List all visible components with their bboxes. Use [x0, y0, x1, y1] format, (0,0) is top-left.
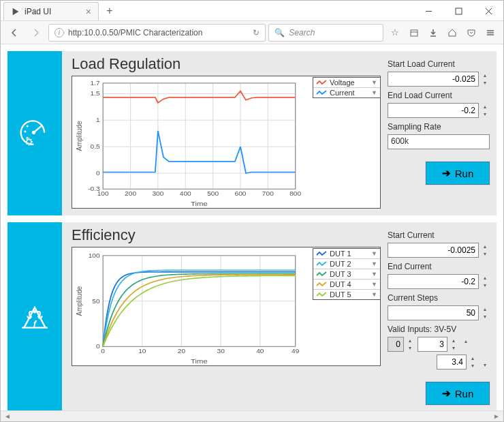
step-down-icon[interactable]: ▾	[480, 110, 490, 118]
step-down-icon[interactable]: ▾	[480, 282, 490, 289]
svg-line-21	[31, 143, 31, 144]
chart-legend: DUT 1▼DUT 2▼DUT 3▼DUT 4▼DUT 5▼	[313, 248, 381, 300]
step-up-icon[interactable]: ▴	[449, 337, 458, 344]
step-up-icon[interactable]: ▴	[480, 243, 490, 250]
step-down-icon[interactable]: ▾	[480, 362, 490, 368]
current-steps-field[interactable]	[388, 305, 479, 320]
menu-icon[interactable]	[482, 24, 499, 42]
run-button[interactable]: ➔ Run	[426, 382, 490, 405]
chevron-down-icon[interactable]: ▼	[371, 260, 377, 267]
run-button[interactable]: ➔ Run	[426, 162, 490, 185]
arrow-right-icon: ➔	[442, 167, 451, 179]
svg-text:Amplitude: Amplitude	[74, 121, 83, 151]
start-current-field[interactable]	[388, 243, 479, 258]
svg-text:400: 400	[180, 190, 191, 197]
legend-item[interactable]: DUT 1▼	[313, 249, 380, 259]
svg-text:50: 50	[92, 297, 99, 304]
step-down-icon[interactable]: ▾	[468, 362, 477, 370]
page-content: Load Regulation 100200300400500600700800…	[1, 44, 503, 410]
valid-index-input[interactable]: ▴▾	[388, 337, 415, 352]
step-up-icon[interactable]: ▴	[480, 72, 490, 79]
forward-button[interactable]	[27, 24, 46, 42]
chevron-down-icon[interactable]: ▼	[371, 291, 377, 298]
valid-index-field[interactable]	[388, 337, 404, 352]
chevron-down-icon[interactable]: ▼	[371, 79, 377, 86]
legend-item[interactable]: Current▼	[313, 88, 380, 97]
url-input[interactable]: i http:10.0.0.50/PMIC Characterization ↻	[48, 24, 266, 42]
step-down-icon[interactable]: ▾	[480, 313, 490, 320]
pocket-icon[interactable]	[462, 24, 480, 42]
reload-icon[interactable]: ↻	[253, 28, 259, 37]
load-regulation-chart: 100200300400500600700800-0.300.511.51.7T…	[72, 76, 381, 209]
step-up-icon[interactable]: ▴	[468, 355, 477, 362]
svg-text:500: 500	[207, 190, 219, 197]
horizontal-scrollbar[interactable]: ◄ ►	[1, 410, 503, 421]
close-window-button[interactable]	[473, 1, 503, 21]
current-steps-input[interactable]: ▴▾	[388, 305, 490, 320]
library-icon[interactable]	[405, 24, 423, 42]
start-current-input[interactable]: ▴▾	[388, 243, 490, 258]
start-load-current-input[interactable]: ▴▾	[388, 72, 490, 87]
step-up-icon[interactable]: ▴	[480, 305, 490, 313]
svg-text:600: 600	[235, 190, 247, 197]
browser-tab[interactable]: iPad UI ×	[3, 2, 99, 20]
url-text: http:10.0.0.50/PMIC Characterization	[68, 28, 202, 37]
step-up-icon[interactable]: ▴	[461, 338, 471, 344]
svg-point-14	[27, 137, 28, 138]
svg-text:Time: Time	[191, 200, 208, 207]
end-load-current-field[interactable]	[388, 103, 479, 118]
valid-b-field[interactable]	[437, 355, 467, 370]
scale-icon: f	[18, 300, 52, 334]
step-down-icon[interactable]: ▾	[480, 250, 490, 258]
legend-item[interactable]: DUT 2▼	[313, 259, 380, 269]
svg-text:20: 20	[178, 348, 185, 355]
bookmark-icon[interactable]: ☆	[386, 24, 404, 42]
end-current-field[interactable]	[388, 274, 479, 289]
step-down-icon[interactable]: ▾	[449, 344, 458, 352]
chart-title: Efficiency	[72, 226, 381, 244]
legend-item[interactable]: DUT 3▼	[313, 269, 380, 280]
end-current-input[interactable]: ▴▾	[388, 274, 490, 289]
maximize-button[interactable]	[443, 1, 473, 21]
chart-title: Load Regulation	[72, 55, 381, 73]
step-up-icon[interactable]: ▴	[480, 274, 490, 282]
chart-legend: Voltage▼Current▼	[313, 77, 381, 98]
scroll-left-icon[interactable]: ◄	[2, 412, 13, 421]
step-down-icon[interactable]: ▾	[405, 344, 415, 352]
legend-item[interactable]: Voltage▼	[313, 78, 380, 88]
panel-sidebar: f	[7, 222, 62, 410]
downloads-icon[interactable]	[424, 24, 442, 42]
back-button[interactable]	[5, 24, 24, 42]
chevron-down-icon[interactable]: ▼	[371, 89, 377, 96]
valid-a-field[interactable]	[418, 337, 447, 352]
legend-item[interactable]: DUT 5▼	[313, 290, 380, 299]
legend-item[interactable]: DUT 4▼	[313, 280, 380, 290]
titlebar: iPad UI × +	[1, 1, 503, 21]
chevron-down-icon[interactable]: ▼	[371, 281, 377, 288]
legend-label: DUT 3	[330, 270, 368, 278]
start-load-current-field[interactable]	[388, 72, 479, 87]
step-down-icon[interactable]: ▾	[480, 79, 490, 87]
chevron-down-icon[interactable]: ▼	[371, 271, 377, 277]
step-up-icon[interactable]: ▴	[480, 103, 490, 110]
search-input[interactable]: 🔍 Search	[268, 24, 383, 42]
home-icon[interactable]	[443, 24, 461, 42]
label-current-steps: Current Steps	[388, 293, 490, 303]
scroll-right-icon[interactable]: ►	[491, 412, 502, 421]
svg-text:0.5: 0.5	[91, 143, 100, 150]
close-icon[interactable]: ×	[86, 7, 91, 16]
efficiency-panel: f Efficiency 01020304049050100TimeAmplit…	[7, 222, 497, 410]
step-up-icon[interactable]: ▴	[405, 337, 415, 344]
valid-b-input[interactable]: ▴▾	[437, 355, 477, 370]
site-info-icon[interactable]: i	[54, 28, 64, 37]
minimize-button[interactable]	[413, 1, 443, 21]
legend-swatch-icon	[316, 89, 327, 96]
legend-label: DUT 5	[330, 290, 368, 299]
valid-a-input[interactable]: ▴▾	[418, 337, 458, 352]
svg-text:0: 0	[96, 170, 100, 177]
end-load-current-input[interactable]: ▴▾	[388, 103, 490, 118]
chevron-down-icon[interactable]: ▼	[371, 250, 377, 257]
sampling-rate-input[interactable]: 600k	[388, 134, 490, 149]
svg-text:-0.3: -0.3	[88, 185, 100, 192]
new-tab-button[interactable]: +	[101, 3, 118, 19]
